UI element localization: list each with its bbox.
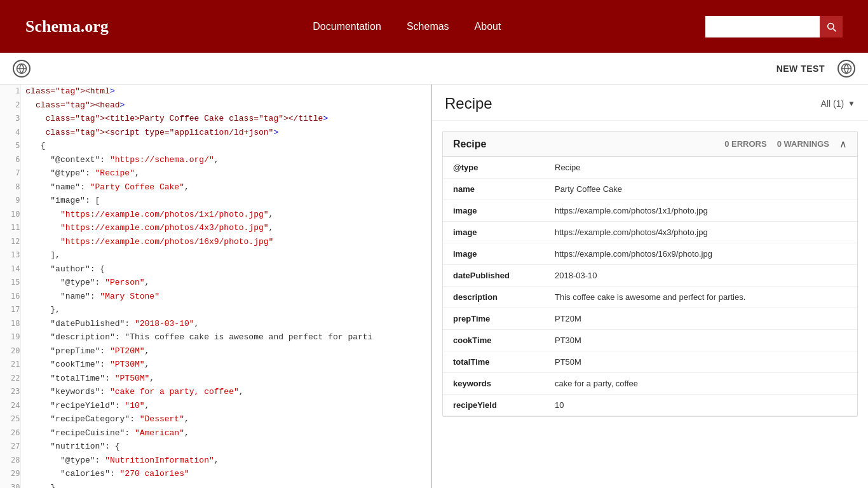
code-content: class="tag"><title>Party Coffee Cake cla… [20, 112, 431, 126]
schema-field-row: prepTimePT20M [443, 308, 857, 330]
code-row: 10 "https://example.com/photos/1x1/photo… [0, 208, 431, 222]
code-row: 21 "cookTime": "PT30M", [0, 358, 431, 372]
line-number: 23 [0, 385, 20, 399]
collapse-button[interactable]: ∧ [839, 138, 847, 150]
code-row: 25 "recipeCategory": "Dessert", [0, 412, 431, 426]
schema-field-value: https://example.com/photos/16x9/photo.jp… [545, 243, 857, 265]
warnings-count: 0 WARNINGS [777, 139, 829, 149]
schema-field-row: imagehttps://example.com/photos/16x9/pho… [443, 243, 857, 265]
code-row: 20 "prepTime": "PT20M", [0, 344, 431, 358]
code-content: "@type": "Person", [20, 276, 431, 290]
line-number: 8 [0, 180, 20, 194]
svg-point-0 [828, 23, 834, 29]
nav-documentation[interactable]: Documentation [313, 21, 381, 32]
code-content: "datePublished": "2018-03-10", [20, 317, 431, 331]
line-number: 12 [0, 235, 20, 249]
code-content: "nutrition": { [20, 440, 431, 454]
code-content: { [20, 139, 431, 153]
line-number: 14 [0, 262, 20, 276]
globe-icon-left[interactable] [13, 60, 31, 78]
schema-fields-table: @typeRecipenameParty Coffee Cakeimagehtt… [443, 157, 857, 416]
line-number: 17 [0, 303, 20, 317]
code-row: 9 "image": [ [0, 194, 431, 208]
schema-field-key: @type [443, 157, 545, 179]
schema-field-key: description [443, 287, 545, 308]
line-number: 27 [0, 440, 20, 454]
line-number: 15 [0, 276, 20, 290]
schema-field-value: Party Coffee Cake [545, 179, 857, 200]
line-number: 11 [0, 221, 20, 235]
code-content: }, [20, 303, 431, 317]
code-row: 6 "@context": "https://schema.org/", [0, 153, 431, 167]
code-content: "author": { [20, 262, 431, 276]
code-content: "name": "Mary Stone" [20, 290, 431, 304]
search-bar [705, 16, 843, 37]
schema-field-row: datePublished2018-03-10 [443, 265, 857, 287]
search-input[interactable] [705, 16, 820, 37]
line-number: 29 [0, 467, 20, 481]
code-content: "calories": "270 calories" [20, 467, 431, 481]
line-number: 16 [0, 290, 20, 304]
code-content: "cookTime": "PT30M", [20, 358, 431, 372]
code-row: 13 ], [0, 248, 431, 262]
line-number: 19 [0, 330, 20, 344]
code-row: 15 "@type": "Person", [0, 276, 431, 290]
schema-field-value: 2018-03-10 [545, 265, 857, 287]
line-number: 24 [0, 399, 20, 413]
schema-field-row: imagehttps://example.com/photos/4x3/phot… [443, 222, 857, 243]
line-number: 28 [0, 454, 20, 468]
code-row: 29 "calories": "270 calories" [0, 467, 431, 481]
search-button[interactable] [820, 16, 843, 37]
line-number: 3 [0, 112, 20, 126]
header: Schema.org Documentation Schemas About [0, 0, 868, 53]
schema-field-row: keywordscake for a party, coffee [443, 373, 857, 395]
right-panel: Recipe All (1) ▼ Recipe 0 ERRORS 0 WARNI… [432, 85, 868, 488]
code-table: 1 class="tag"><html>2 class="tag"><head>… [0, 85, 431, 488]
new-test-button[interactable]: NEW TEST [776, 64, 825, 74]
code-row: 27 "nutrition": { [0, 440, 431, 454]
schema-field-value: cake for a party, coffee [545, 373, 857, 395]
code-row: 8 "name": "Party Coffee Cake", [0, 180, 431, 194]
schema-field-value: Recipe [545, 157, 857, 179]
line-number: 26 [0, 426, 20, 440]
schema-field-key: name [443, 179, 545, 200]
code-content: ], [20, 248, 431, 262]
schema-field-value: https://example.com/photos/1x1/photo.jpg [545, 200, 857, 222]
nav-schemas[interactable]: Schemas [407, 21, 449, 32]
code-row: 11 "https://example.com/photos/4x3/photo… [0, 221, 431, 235]
code-row: 18 "datePublished": "2018-03-10", [0, 317, 431, 331]
code-content: class="tag"><head> [20, 98, 431, 112]
code-row: 23 "keywords": "cake for a party, coffee… [0, 385, 431, 399]
schema-field-row: @typeRecipe [443, 157, 857, 179]
recipe-filter: All (1) ▼ [821, 98, 855, 109]
code-row: 24 "recipeYield": "10", [0, 399, 431, 413]
schema-field-key: image [443, 243, 545, 265]
recipe-header: Recipe All (1) ▼ [432, 85, 868, 121]
code-content: "recipeCategory": "Dessert", [20, 412, 431, 426]
schema-field-row: totalTimePT50M [443, 351, 857, 373]
schema-field-key: totalTime [443, 351, 545, 373]
errors-count: 0 ERRORS [724, 139, 766, 149]
code-content: }, [20, 481, 431, 489]
code-row: 14 "author": { [0, 262, 431, 276]
code-row: 2 class="tag"><head> [0, 98, 431, 112]
schema-field-value: https://example.com/photos/4x3/photo.jpg [545, 222, 857, 243]
chevron-down-icon[interactable]: ▼ [848, 99, 855, 108]
schema-field-key: recipeYield [443, 395, 545, 416]
nav-about[interactable]: About [475, 21, 501, 32]
schema-field-row: cookTimePT30M [443, 330, 857, 351]
schema-field-value: This coffee cake is awesome and perfect … [545, 287, 857, 308]
line-number: 30 [0, 481, 20, 489]
code-content: "@type": "NutritionInformation", [20, 454, 431, 468]
line-number: 4 [0, 126, 20, 140]
code-row: 5 { [0, 139, 431, 153]
line-number: 25 [0, 412, 20, 426]
schema-field-key: datePublished [443, 265, 545, 287]
globe-icon-right[interactable] [837, 60, 855, 78]
schema-field-value: PT30M [545, 330, 857, 351]
schema-field-key: image [443, 200, 545, 222]
filter-label: All (1) [821, 98, 844, 109]
code-content: "@type": "Recipe", [20, 166, 431, 180]
code-content: "https://example.com/photos/1x1/photo.jp… [20, 208, 431, 222]
schema-field-value: PT50M [545, 351, 857, 373]
